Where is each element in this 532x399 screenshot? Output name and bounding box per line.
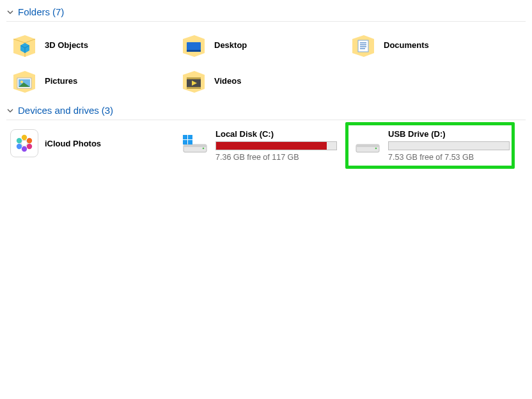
svg-rect-11: [187, 77, 201, 79]
drive-name: USB Drive (D:): [388, 129, 510, 139]
drive-name: Local Disk (C:): [215, 129, 340, 139]
folders-count: (7): [52, 6, 64, 17]
drive-info: USB Drive (D:) 7.53 GB free of 7.53 GB: [388, 129, 510, 162]
svg-point-18: [17, 144, 22, 149]
videos-icon: [180, 66, 208, 95]
drive-capacity-bar: [215, 141, 337, 150]
svg-rect-12: [187, 87, 201, 89]
svg-rect-26: [188, 140, 192, 145]
folder-pictures[interactable]: Pictures: [6, 63, 176, 98]
drive-icloud-photos[interactable]: iCloud Photos: [6, 125, 176, 161]
svg-point-17: [22, 146, 27, 152]
drive-info: Local Disk (C:) 7.36 GB free of 117 GB: [215, 129, 340, 162]
drive-local-disk-c[interactable]: Local Disk (C:) 7.36 GB free of 117 GB: [176, 125, 345, 169]
svg-rect-2: [358, 40, 368, 52]
3d-objects-icon: [10, 31, 38, 59]
drive-usb-d[interactable]: USB Drive (D:) 7.53 GB free of 7.53 GB: [345, 122, 515, 169]
svg-point-29: [375, 148, 377, 150]
pictures-icon: [10, 66, 38, 95]
drives-grid: iCloud Photos Local Disk (C:): [6, 120, 526, 169]
svg-rect-24: [188, 135, 192, 139]
drive-subtext: 7.53 GB free of 7.53 GB: [388, 153, 510, 162]
documents-icon: [349, 31, 377, 59]
drives-header[interactable]: Devices and drives (3): [6, 102, 526, 120]
icloud-photos-icon: [10, 129, 38, 157]
drives-count: (3): [102, 105, 113, 116]
svg-point-9: [20, 81, 23, 83]
svg-point-13: [21, 140, 27, 146]
folder-label: 3D Objects: [45, 40, 88, 50]
chevron-down-icon: [6, 107, 14, 114]
folder-label: Desktop: [214, 40, 247, 50]
drives-section: Devices and drives (3) iCloud Photos: [0, 98, 532, 169]
folders-title: Folders: [18, 6, 50, 17]
usb-drive-icon: [354, 129, 382, 157]
local-disk-icon: [181, 129, 209, 157]
desktop-icon: [180, 31, 208, 59]
folder-label: Videos: [214, 76, 241, 86]
svg-point-22: [203, 148, 205, 150]
drive-capacity-fill: [216, 142, 327, 150]
svg-rect-23: [183, 135, 187, 139]
svg-point-19: [17, 138, 22, 143]
folder-label: Documents: [384, 40, 429, 50]
svg-rect-21: [184, 145, 207, 147]
chevron-down-icon: [6, 8, 14, 16]
folder-videos[interactable]: Videos: [176, 63, 345, 98]
folders-section: Folders (7) 3D Objects: [0, 0, 532, 98]
folder-3d-objects[interactable]: 3D Objects: [6, 27, 176, 63]
svg-rect-1: [187, 50, 201, 52]
drive-subtext: 7.36 GB free of 117 GB: [215, 153, 340, 162]
folders-grid: 3D Objects Desktop: [6, 22, 526, 98]
folder-label: Pictures: [45, 76, 77, 86]
folder-desktop[interactable]: Desktop: [176, 27, 345, 63]
drive-capacity-bar: [388, 141, 510, 150]
svg-point-16: [27, 144, 32, 149]
folders-header[interactable]: Folders (7): [6, 4, 526, 22]
svg-rect-25: [183, 140, 187, 145]
drive-label: iCloud Photos: [45, 139, 101, 148]
svg-rect-28: [356, 145, 379, 147]
svg-point-15: [27, 138, 32, 143]
drives-title: Devices and drives: [18, 105, 99, 116]
svg-point-14: [22, 135, 27, 140]
folder-documents[interactable]: Documents: [345, 27, 515, 63]
